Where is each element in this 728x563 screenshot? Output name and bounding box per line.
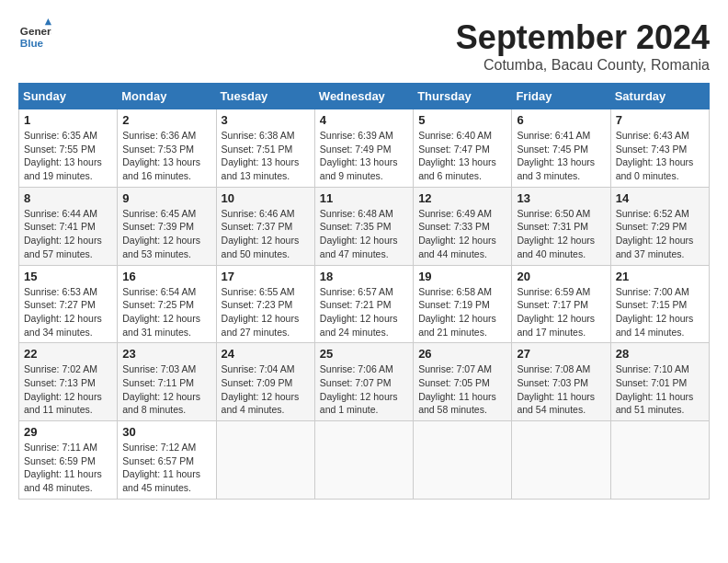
calendar-week-row: 29Sunrise: 7:11 AM Sunset: 6:59 PM Dayli… [19,421,710,500]
calendar-day-cell [512,421,610,500]
calendar-week-row: 8Sunrise: 6:44 AM Sunset: 7:41 PM Daylig… [19,187,710,265]
day-info: Sunrise: 6:57 AM Sunset: 7:21 PM Dayligh… [320,285,408,339]
svg-text:Blue: Blue [20,37,44,49]
day-info: Sunrise: 6:45 AM Sunset: 7:39 PM Dayligh… [122,207,210,261]
logo-icon: General Blue [18,18,51,52]
day-number: 13 [517,191,605,205]
day-number: 25 [320,347,408,361]
weekday-header-cell: Thursday [414,84,512,109]
calendar-body: 1Sunrise: 6:35 AM Sunset: 7:55 PM Daylig… [19,109,710,500]
day-info: Sunrise: 6:50 AM Sunset: 7:31 PM Dayligh… [517,207,605,261]
calendar-day-cell: 8Sunrise: 6:44 AM Sunset: 7:41 PM Daylig… [19,187,118,265]
day-number: 2 [122,113,210,127]
weekday-header-cell: Monday [118,84,216,109]
day-info: Sunrise: 6:55 AM Sunset: 7:23 PM Dayligh… [222,285,310,339]
day-info: Sunrise: 7:04 AM Sunset: 7:09 PM Dayligh… [222,362,310,417]
calendar-table: SundayMondayTuesdayWednesdayThursdayFrid… [18,83,710,500]
calendar-week-row: 15Sunrise: 6:53 AM Sunset: 7:27 PM Dayli… [19,265,710,343]
calendar-day-cell: 20Sunrise: 6:59 AM Sunset: 7:17 PM Dayli… [512,265,610,343]
day-number: 29 [24,425,112,439]
day-info: Sunrise: 7:07 AM Sunset: 7:05 PM Dayligh… [418,362,506,417]
weekday-header-cell: Saturday [610,84,709,109]
day-number: 11 [320,191,408,205]
day-info: Sunrise: 7:06 AM Sunset: 7:07 PM Dayligh… [320,362,408,417]
day-info: Sunrise: 6:48 AM Sunset: 7:35 PM Dayligh… [320,207,408,261]
calendar-day-cell [314,421,413,500]
day-info: Sunrise: 6:52 AM Sunset: 7:29 PM Dayligh… [616,207,704,261]
day-number: 24 [222,347,310,361]
calendar-day-cell: 19Sunrise: 6:58 AM Sunset: 7:19 PM Dayli… [414,265,512,343]
calendar-day-cell: 25Sunrise: 7:06 AM Sunset: 7:07 PM Dayli… [314,343,413,421]
day-info: Sunrise: 6:53 AM Sunset: 7:27 PM Dayligh… [24,285,112,339]
day-number: 18 [320,270,408,283]
day-info: Sunrise: 7:12 AM Sunset: 6:57 PM Dayligh… [122,441,210,495]
day-info: Sunrise: 6:38 AM Sunset: 7:51 PM Dayligh… [222,129,310,183]
day-number: 16 [122,270,210,283]
day-number: 8 [24,191,112,205]
calendar-day-cell: 29Sunrise: 7:11 AM Sunset: 6:59 PM Dayli… [19,421,118,500]
calendar-day-cell: 9Sunrise: 6:45 AM Sunset: 7:39 PM Daylig… [118,187,216,265]
calendar-day-cell: 12Sunrise: 6:49 AM Sunset: 7:33 PM Dayli… [414,187,512,265]
calendar-day-cell: 14Sunrise: 6:52 AM Sunset: 7:29 PM Dayli… [610,187,709,265]
calendar-day-cell [610,421,709,500]
day-number: 28 [616,347,704,361]
weekday-header-cell: Sunday [19,84,118,109]
logo: General Blue [18,18,51,52]
day-number: 19 [418,270,506,283]
title-block: September 2024 Cotumba, Bacau County, Ro… [456,18,710,74]
calendar-day-cell: 30Sunrise: 7:12 AM Sunset: 6:57 PM Dayli… [118,421,216,500]
day-number: 15 [24,270,112,283]
day-info: Sunrise: 6:35 AM Sunset: 7:55 PM Dayligh… [24,129,112,183]
calendar-week-row: 1Sunrise: 6:35 AM Sunset: 7:55 PM Daylig… [19,109,710,188]
calendar-day-cell: 4Sunrise: 6:39 AM Sunset: 7:49 PM Daylig… [314,109,413,188]
day-number: 21 [616,270,704,283]
calendar-day-cell: 11Sunrise: 6:48 AM Sunset: 7:35 PM Dayli… [314,187,413,265]
calendar-day-cell: 27Sunrise: 7:08 AM Sunset: 7:03 PM Dayli… [512,343,610,421]
calendar-day-cell: 26Sunrise: 7:07 AM Sunset: 7:05 PM Dayli… [414,343,512,421]
calendar-day-cell: 21Sunrise: 7:00 AM Sunset: 7:15 PM Dayli… [610,265,709,343]
day-number: 20 [517,270,605,283]
calendar-day-cell: 28Sunrise: 7:10 AM Sunset: 7:01 PM Dayli… [610,343,709,421]
calendar-day-cell: 2Sunrise: 6:36 AM Sunset: 7:53 PM Daylig… [118,109,216,188]
weekday-header-row: SundayMondayTuesdayWednesdayThursdayFrid… [19,84,710,109]
calendar-day-cell: 17Sunrise: 6:55 AM Sunset: 7:23 PM Dayli… [216,265,314,343]
day-info: Sunrise: 7:10 AM Sunset: 7:01 PM Dayligh… [616,362,704,417]
calendar-day-cell: 15Sunrise: 6:53 AM Sunset: 7:27 PM Dayli… [19,265,118,343]
day-info: Sunrise: 6:49 AM Sunset: 7:33 PM Dayligh… [418,207,506,261]
weekday-header-cell: Wednesday [314,84,413,109]
day-number: 17 [222,270,310,283]
weekday-header-cell: Tuesday [216,84,314,109]
day-info: Sunrise: 7:11 AM Sunset: 6:59 PM Dayligh… [24,441,112,495]
calendar-day-cell: 7Sunrise: 6:43 AM Sunset: 7:43 PM Daylig… [610,109,709,188]
day-number: 1 [24,113,112,127]
calendar-day-cell: 13Sunrise: 6:50 AM Sunset: 7:31 PM Dayli… [512,187,610,265]
calendar-day-cell: 10Sunrise: 6:46 AM Sunset: 7:37 PM Dayli… [216,187,314,265]
day-number: 22 [24,347,112,361]
day-info: Sunrise: 7:03 AM Sunset: 7:11 PM Dayligh… [122,362,210,417]
calendar-day-cell: 18Sunrise: 6:57 AM Sunset: 7:21 PM Dayli… [314,265,413,343]
calendar-day-cell [414,421,512,500]
month-title: September 2024 [456,18,710,57]
calendar-day-cell: 24Sunrise: 7:04 AM Sunset: 7:09 PM Dayli… [216,343,314,421]
day-number: 9 [122,191,210,205]
day-number: 30 [122,425,210,439]
day-info: Sunrise: 7:02 AM Sunset: 7:13 PM Dayligh… [24,362,112,417]
location-title: Cotumba, Bacau County, Romania [456,57,710,74]
calendar-day-cell: 6Sunrise: 6:41 AM Sunset: 7:45 PM Daylig… [512,109,610,188]
day-number: 5 [418,113,506,127]
day-info: Sunrise: 6:41 AM Sunset: 7:45 PM Dayligh… [517,129,605,183]
calendar-day-cell: 3Sunrise: 6:38 AM Sunset: 7:51 PM Daylig… [216,109,314,188]
day-number: 12 [418,191,506,205]
day-info: Sunrise: 6:39 AM Sunset: 7:49 PM Dayligh… [320,129,408,183]
day-number: 3 [222,113,310,127]
day-number: 23 [122,347,210,361]
day-number: 14 [616,191,704,205]
svg-marker-2 [45,18,51,25]
calendar-day-cell: 16Sunrise: 6:54 AM Sunset: 7:25 PM Dayli… [118,265,216,343]
svg-text:General: General [20,25,51,37]
day-info: Sunrise: 6:43 AM Sunset: 7:43 PM Dayligh… [616,129,704,183]
day-info: Sunrise: 6:54 AM Sunset: 7:25 PM Dayligh… [122,285,210,339]
day-number: 7 [616,113,704,127]
day-number: 26 [418,347,506,361]
day-number: 10 [222,191,310,205]
